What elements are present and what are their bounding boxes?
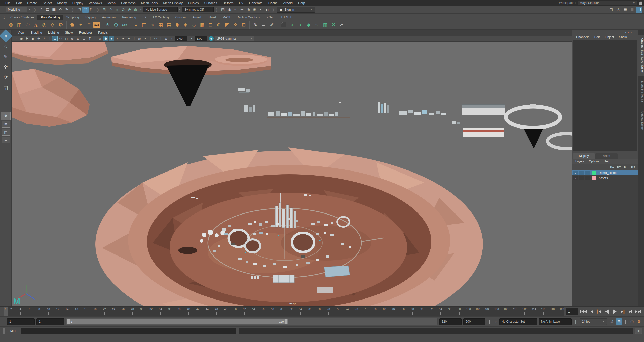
combine-icon[interactable]: ◒	[132, 21, 140, 29]
save-scene-icon[interactable]: ▣	[51, 7, 57, 13]
pin-blue-icon[interactable]: ▪	[625, 31, 626, 34]
menu-modify[interactable]: Modify	[55, 1, 70, 5]
layer-color-swatch[interactable]	[592, 176, 596, 180]
time-slider[interactable]: 1 24681012141618202224262830323436384042…	[4, 307, 564, 316]
collapse-panel-icon[interactable]: ▾	[631, 31, 632, 34]
channel-box-menu-object[interactable]: Object	[602, 35, 616, 39]
snap-to-point-icon[interactable]: ◌	[114, 7, 120, 13]
menu-mesh[interactable]: Mesh	[105, 1, 118, 5]
script-editor-icon[interactable]: {;}	[635, 328, 642, 334]
modeling-toolkit-icon[interactable]: ◳	[608, 7, 614, 13]
type-tool-icon[interactable]: T	[85, 21, 93, 29]
pause-icon[interactable]: ❚❚	[264, 7, 270, 13]
shelf-tab-custom[interactable]: Custom	[172, 15, 189, 20]
average-vertices-icon[interactable]: ▦	[157, 21, 165, 29]
move-tool[interactable]: ✜	[1, 62, 11, 72]
menu-edit-mesh[interactable]: Edit Mesh	[118, 1, 138, 5]
film-gate-icon[interactable]: ▭	[58, 36, 63, 41]
isolate-select-icon[interactable]: ⬚	[153, 36, 158, 41]
play-backwards-button[interactable]	[603, 308, 611, 315]
step-forward-one-frame-button[interactable]	[619, 308, 626, 315]
menu-arnold[interactable]: Arnold	[280, 1, 295, 5]
viewport-menu-lighting[interactable]: Lighting	[45, 31, 62, 34]
shelf-tab-fx-caching[interactable]: FX Caching	[150, 15, 172, 20]
render-view-icon[interactable]: ▤	[220, 7, 226, 13]
chevron-down-icon[interactable]: ▾	[178, 8, 181, 11]
go-to-playback-start-button[interactable]	[580, 308, 587, 315]
select-by-component-icon[interactable]: ⬚	[89, 7, 95, 13]
shelf-tab-xgen[interactable]: XGen	[263, 15, 278, 20]
reduce-icon[interactable]: ⊟	[207, 21, 214, 29]
menu-edit[interactable]: Edit	[13, 1, 24, 5]
shelf-tab-turtle[interactable]: TURTLE	[277, 15, 295, 20]
poly-cone-icon[interactable]: ◮	[32, 21, 40, 29]
range-slider[interactable]: 1 120	[66, 318, 438, 325]
command-input[interactable]	[21, 328, 236, 334]
viewport-menu-renderer[interactable]: Renderer	[76, 31, 95, 34]
shelf-tab-fx[interactable]: FX	[139, 15, 150, 20]
layer-editor-tab-display[interactable]: Display	[573, 153, 595, 159]
status-group-separator[interactable]: ❯	[271, 8, 276, 12]
status-group-separator[interactable]: ❯	[32, 8, 38, 12]
lock-workspace-icon[interactable]	[639, 2, 642, 5]
shelf-tab-bifrost[interactable]: Bifrost	[204, 15, 219, 20]
boolean-difference-icon[interactable]: ◖	[288, 21, 296, 29]
smooth-icon[interactable]: ⬮	[173, 21, 181, 29]
shelf-menu-buttons[interactable]: ▼ ✦	[1, 15, 7, 20]
triangulate-icon[interactable]: ◈	[182, 21, 190, 29]
scale-tool[interactable]: ◱	[1, 83, 11, 92]
wireframe-icon[interactable]: ◇	[97, 36, 103, 41]
playback-loop-icon[interactable]: ⇄	[609, 318, 615, 325]
live-surface-field[interactable]: No Live Surface	[143, 7, 178, 12]
poly-cylinder-icon[interactable]: ⬭	[24, 21, 31, 29]
quadrangulate-icon[interactable]: ◇	[190, 21, 198, 29]
menu-select[interactable]: Select	[40, 1, 54, 5]
sculpt-knife-icon[interactable]: ✂	[338, 21, 346, 29]
render-settings-icon[interactable]: ✳	[239, 7, 245, 13]
status-line-grip[interactable]	[3, 7, 4, 12]
ipr-render-icon[interactable]: IPR	[233, 7, 239, 13]
gate-mask-icon[interactable]: ▩	[69, 36, 75, 41]
shelf-tab-poly-modeling[interactable]: Poly Modeling	[37, 15, 63, 20]
shelf-tab-rendering[interactable]: Rendering	[119, 15, 139, 20]
shelf-tab-motion-graphics[interactable]: Motion Graphics	[235, 15, 263, 20]
layer-move-up-icon[interactable]: ⬖▴	[610, 165, 614, 169]
playback-range-bar[interactable]: 1 120	[67, 319, 288, 324]
range-end-handle[interactable]	[285, 319, 287, 324]
animation-start-field[interactable]: 1	[7, 318, 35, 325]
xray-icon[interactable]: ⊠	[163, 36, 169, 41]
motion-blur-icon[interactable]: ◔	[142, 36, 148, 41]
super-ellipse-icon[interactable]: ✦	[77, 21, 85, 29]
menu-mesh-tools[interactable]: Mesh Tools	[138, 1, 161, 5]
range-start-handle[interactable]	[67, 319, 70, 324]
layer-display-type-toggle[interactable]	[585, 176, 590, 180]
shelf-options-icon[interactable]: ✦	[3, 17, 5, 20]
bookmark-icon[interactable]: ⚑	[24, 36, 30, 41]
layer-playback-toggle[interactable]: P	[579, 176, 584, 180]
preferences-icon[interactable]: ⚙	[636, 318, 642, 325]
character-controls-icon[interactable]: ♙	[615, 7, 621, 13]
snap-to-grid-icon[interactable]: ⊞	[101, 7, 107, 13]
menu-file[interactable]: File	[3, 1, 13, 5]
channel-box-menu-channels[interactable]: Channels	[574, 35, 592, 39]
animation-end-field[interactable]: 200	[463, 318, 485, 325]
color-management-icon[interactable]: ◉	[209, 36, 214, 41]
workspace-select[interactable]: Maya Classic* ▼	[578, 1, 637, 5]
menu-generate[interactable]: Generate	[246, 1, 266, 5]
dock-panel-icon[interactable]: ⇄	[634, 31, 636, 34]
pin-red-icon[interactable]: ▪	[628, 31, 629, 34]
undo-icon[interactable]: ↶	[57, 7, 63, 13]
platonic-solid-icon[interactable]: ⬟	[68, 21, 76, 29]
menu-surfaces[interactable]: Surfaces	[202, 1, 220, 5]
poly-cube-icon[interactable]: ◫	[15, 21, 23, 29]
select-by-object-icon[interactable]: ⬚	[82, 7, 89, 13]
layer-row[interactable]: VPAssets	[572, 175, 638, 181]
multi-cut-icon[interactable]: ▥	[321, 21, 329, 29]
bridge-icon[interactable]: ∿	[313, 21, 321, 29]
set-current-time-icon[interactable]: ◷	[112, 21, 120, 29]
menu-curves[interactable]: Curves	[185, 1, 201, 5]
step-back-one-frame-button[interactable]	[595, 308, 603, 315]
poly-plane-icon[interactable]: ◇	[49, 21, 56, 29]
view-transform-select[interactable]: sRGB gamma ▼	[215, 36, 254, 41]
lighting-icon[interactable]: ☀	[120, 36, 126, 41]
